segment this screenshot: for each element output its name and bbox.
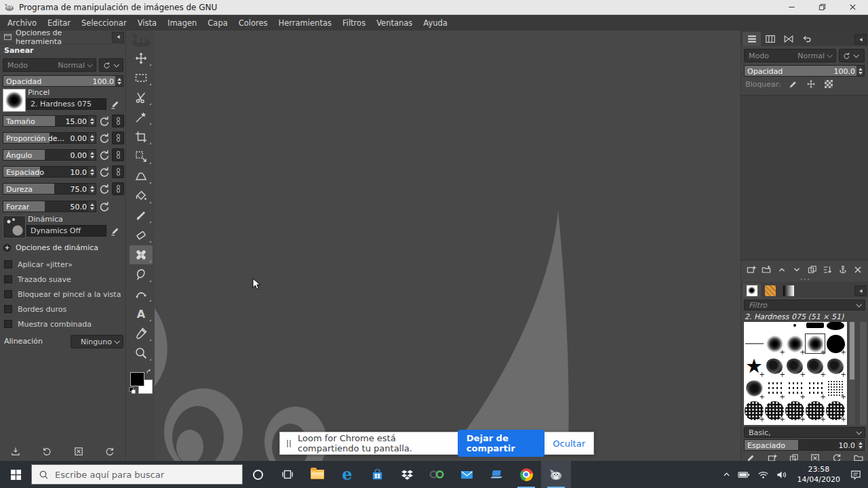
duplicate-layer-button[interactable] (806, 263, 819, 277)
tab-gradients[interactable] (779, 283, 797, 298)
brush-swatch-dots[interactable] (805, 378, 825, 399)
restore-tool-preset-button[interactable] (39, 445, 55, 458)
stop-sharing-button[interactable]: Dejar de compartir (458, 430, 545, 457)
brush-swatch-dots[interactable] (764, 378, 785, 399)
reset-forzar-button[interactable] (98, 200, 111, 214)
dureza-slider[interactable]: Dureza75.0 (3, 183, 96, 195)
volume-icon[interactable] (776, 470, 787, 479)
layers-list[interactable] (741, 95, 868, 260)
checkbox-aplicar-jitter[interactable]: Aplicar «jitter» (3, 257, 124, 272)
taskbar-app-task-view[interactable] (273, 461, 302, 488)
brush-swatch-line[interactable] (744, 333, 764, 354)
angulo-slider-spinner[interactable] (88, 150, 96, 160)
brush-name-entry[interactable]: 2. Hardness 075 (26, 98, 106, 110)
layer-mode-select[interactable]: Modo Normal (744, 49, 836, 62)
canvas[interactable]: ⋮ ⋮ (155, 30, 741, 461)
tamano-slider[interactable]: Tamaño15.00 (3, 115, 96, 127)
shear-tool[interactable] (130, 167, 153, 186)
tab-layers[interactable] (743, 32, 761, 46)
dynamics-thumbnail[interactable] (3, 216, 26, 239)
brush-swatch-ball[interactable] (805, 401, 825, 421)
forzar-slider[interactable]: Forzar50.0 (3, 201, 96, 212)
delete-tool-preset-button[interactable] (71, 445, 87, 458)
zoom-tool[interactable] (130, 344, 153, 363)
dynamics-options-expander[interactable]: Opciones de dinámica (3, 243, 98, 252)
link-espaciado-button[interactable] (112, 165, 124, 178)
taskbar-app-dropbox[interactable] (392, 461, 422, 488)
bucket-fill-tool[interactable] (130, 186, 153, 205)
brush-filter-input[interactable]: Filtro (744, 300, 865, 310)
menu-imagen[interactable]: Imagen (162, 16, 202, 30)
move-tool[interactable] (130, 49, 153, 68)
crop-tool[interactable] (130, 127, 153, 146)
lock-alpha-icon[interactable] (823, 79, 834, 89)
text-tool[interactable]: A (130, 304, 153, 323)
reset-espaciado-button[interactable] (98, 165, 111, 179)
minimize-button[interactable] (776, 0, 807, 14)
taskbar-app-mail[interactable] (452, 461, 481, 488)
start-button[interactable] (0, 461, 31, 488)
collapse-dock-button[interactable] (854, 34, 867, 45)
brush-swatch-chalk[interactable] (805, 356, 825, 376)
link-proporcion-de-button[interactable] (112, 131, 124, 144)
taskbar-app-remote-desktop[interactable] (481, 461, 511, 488)
checkbox-bloquear-el-pincel-a-la-vista[interactable]: Bloquear el pincel a la vista (3, 287, 124, 302)
swap-colors-icon[interactable] (146, 369, 153, 376)
taskbar-app-chrome[interactable] (511, 461, 541, 488)
paintbrush-tool[interactable] (130, 206, 153, 225)
paths-tool[interactable] (130, 285, 153, 304)
checkbox-bordes-duros[interactable]: Bordes duros (3, 302, 124, 317)
taskbar-app-store[interactable] (362, 461, 392, 488)
eraser-tool[interactable] (130, 226, 153, 245)
rectangle-select-tool[interactable] (130, 68, 153, 87)
opacity-slider[interactable]: Opacidad100.0 (3, 75, 123, 87)
link-dureza-button[interactable] (112, 182, 124, 195)
brush-swatch-star[interactable] (744, 356, 764, 376)
brush-swatch-chalk[interactable] (764, 356, 785, 376)
brush-swatch-ball[interactable] (764, 401, 785, 421)
menu-herramientas[interactable]: Herramientas (273, 16, 337, 30)
new-layer-button[interactable] (745, 263, 758, 277)
tab-patterns[interactable] (761, 283, 779, 298)
action-center-icon[interactable] (850, 470, 861, 480)
edit-brush-button[interactable] (108, 98, 122, 111)
menu-colores[interactable]: Colores (233, 16, 273, 30)
paint-mode-select[interactable]: Modo Normal (3, 58, 96, 72)
dock-grip[interactable]: ⋮ (155, 234, 157, 237)
opacity-slider-spinner[interactable] (115, 76, 123, 86)
tray-expand-icon[interactable] (723, 471, 730, 479)
tab-brushes[interactable] (743, 283, 761, 298)
dock-grip[interactable]: ⋮ (155, 375, 157, 378)
brush-swatch-ball[interactable] (744, 401, 764, 421)
brush-swatch-speckle[interactable] (825, 378, 846, 399)
edit-dynamics-button[interactable] (108, 224, 122, 238)
link-angulo-button[interactable] (112, 148, 124, 161)
menu-ayuda[interactable]: Ayuda (418, 16, 453, 30)
lock-pixels-icon[interactable] (788, 79, 799, 89)
menu-vista[interactable]: Vista (132, 16, 162, 30)
tab-undo-history[interactable] (797, 32, 816, 46)
brush-swatch-ball[interactable] (785, 401, 805, 421)
save-tool-preset-button[interactable] (7, 445, 24, 458)
fuzzy-select-tool[interactable] (130, 108, 153, 127)
lock-position-icon[interactable] (806, 79, 816, 89)
unified-transform-tool[interactable] (130, 147, 153, 166)
reset-angulo-button[interactable] (98, 148, 111, 162)
collapse-dock-button[interactable] (854, 285, 867, 296)
mode-reset-button[interactable] (99, 58, 123, 72)
brush-grid-scrollbar[interactable] (849, 322, 855, 425)
brush-swatch-round[interactable] (825, 333, 846, 354)
link-tamano-button[interactable] (112, 115, 124, 127)
menu-ventanas[interactable]: Ventanas (371, 16, 418, 30)
dock-scrollbar[interactable] (860, 322, 867, 425)
brush-tag-select[interactable]: Basic, (744, 427, 865, 438)
wifi-icon[interactable] (757, 470, 769, 479)
brush-spacing-slider[interactable]: Espaciado10.0 (744, 439, 865, 451)
brush-swatch-soft[interactable] (785, 333, 805, 354)
color-picker-tool[interactable] (130, 324, 153, 343)
brush-swatch-dots[interactable] (785, 378, 805, 399)
default-colors-icon[interactable] (129, 387, 136, 394)
tool-options-header[interactable]: Opciones de herramienta (0, 30, 125, 44)
checkbox-trazado-suave[interactable]: Trazado suave (3, 272, 124, 287)
proporcion-de-slider[interactable]: Proporción de...0.00 (3, 132, 96, 144)
